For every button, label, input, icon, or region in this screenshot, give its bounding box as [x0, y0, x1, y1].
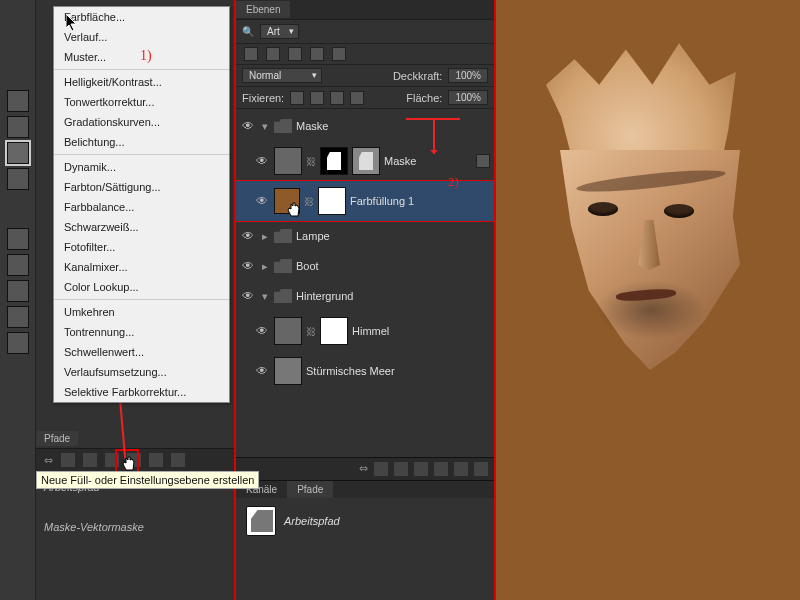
cursor-hand-icon	[122, 456, 134, 472]
new-layer-icon[interactable]	[149, 453, 163, 467]
layer-thumb[interactable]	[274, 147, 302, 175]
doc-thumb[interactable]	[7, 306, 29, 328]
menu-item[interactable]: Fotofilter...	[54, 237, 229, 257]
filter-shape-icon[interactable]	[310, 47, 324, 61]
menu-item[interactable]: Gradationskurven...	[54, 112, 229, 132]
opacity-label: Deckkraft:	[393, 70, 443, 82]
visibility-icon[interactable]: 👁	[240, 119, 256, 133]
layer-mask-thumb[interactable]	[320, 147, 348, 175]
visibility-icon[interactable]: 👁	[254, 324, 270, 338]
trash-icon[interactable]	[474, 462, 488, 476]
doc-thumb[interactable]	[7, 228, 29, 250]
doc-thumb[interactable]	[7, 280, 29, 302]
tab-paths[interactable]: Pfade	[287, 481, 333, 498]
folder-icon	[274, 259, 292, 273]
layer-row[interactable]: 👁 ▸ Boot	[236, 251, 494, 281]
lock-all-icon[interactable]	[350, 91, 364, 105]
disclosure-icon[interactable]: ▾	[260, 120, 270, 133]
doc-thumb[interactable]	[7, 90, 29, 112]
visibility-icon[interactable]: 👁	[240, 259, 256, 273]
doc-thumb[interactable]	[7, 142, 29, 164]
link-icon[interactable]: ⛓	[306, 326, 316, 337]
link-icon[interactable]: ⛓	[306, 156, 316, 167]
menu-item[interactable]: Tontrennung...	[54, 322, 229, 342]
lock-trans-icon[interactable]	[290, 91, 304, 105]
menu-item[interactable]: Schwarzweiß...	[54, 217, 229, 237]
blend-mode-select[interactable]: Normal	[242, 68, 322, 83]
tab-layers[interactable]: Ebenen	[236, 1, 290, 18]
menu-item[interactable]: Kanalmixer...	[54, 257, 229, 277]
layer-name[interactable]: Himmel	[352, 325, 389, 337]
layer-name[interactable]: Farbfüllung 1	[350, 195, 414, 207]
path-name[interactable]: Arbeitspfad	[284, 515, 340, 527]
menu-item[interactable]: Farbbalance...	[54, 197, 229, 217]
visibility-icon[interactable]: 👁	[254, 154, 270, 168]
doc-thumb[interactable]	[7, 332, 29, 354]
layer-mask-thumb[interactable]	[320, 317, 348, 345]
layer-row[interactable]: 👁 ▾ Hintergrund	[236, 281, 494, 311]
menu-item[interactable]: Color Lookup...	[54, 277, 229, 297]
menu-item[interactable]: Farbton/Sättigung...	[54, 177, 229, 197]
filter-badge-icon[interactable]	[476, 154, 490, 168]
new-layer-icon[interactable]	[454, 462, 468, 476]
fx-icon[interactable]	[61, 453, 75, 467]
menu-item[interactable]: Schwellenwert...	[54, 342, 229, 362]
layer-row[interactable]: 👁 Stürmisches Meer	[236, 351, 494, 391]
adjustment-layer-icon[interactable]	[414, 462, 428, 476]
opacity-value[interactable]: 100%	[448, 68, 488, 83]
layer-thumb[interactable]	[274, 357, 302, 385]
disclosure-icon[interactable]: ▾	[260, 290, 270, 303]
menu-item[interactable]: Farbfläche...	[54, 7, 229, 27]
fill-value[interactable]: 100%	[448, 90, 488, 105]
annotation-step2: 2)	[448, 174, 459, 190]
vector-mask-thumb[interactable]	[352, 147, 380, 175]
filter-pixel-icon[interactable]	[244, 47, 258, 61]
disclosure-icon[interactable]: ▸	[260, 260, 270, 273]
doc-thumb[interactable]	[7, 168, 29, 190]
fx-icon[interactable]	[374, 462, 388, 476]
link-icon[interactable]: ⛓	[304, 196, 314, 207]
layer-name[interactable]: Stürmisches Meer	[306, 365, 395, 377]
menu-item[interactable]: Verlauf...	[54, 27, 229, 47]
layer-name[interactable]: Lampe	[296, 230, 330, 242]
disclosure-icon[interactable]: ▸	[260, 230, 270, 243]
doc-thumb[interactable]	[7, 116, 29, 138]
visibility-icon[interactable]: 👁	[254, 194, 270, 208]
visibility-icon[interactable]: 👁	[240, 289, 256, 303]
tooltip: Neue Füll- oder Einstellungsebene erstel…	[36, 471, 259, 489]
menu-item[interactable]: Dynamik...	[54, 157, 229, 177]
layer-row[interactable]: 👁 ⛓ Himmel	[236, 311, 494, 351]
visibility-icon[interactable]: 👁	[254, 364, 270, 378]
canvas[interactable]	[494, 0, 800, 600]
layer-name[interactable]: Maske	[384, 155, 416, 167]
menu-item[interactable]: Belichtung...	[54, 132, 229, 152]
layer-thumb[interactable]	[274, 317, 302, 345]
filter-type-icon[interactable]	[288, 47, 302, 61]
layer-name[interactable]: Maske	[296, 120, 328, 132]
layer-mask-thumb[interactable]	[318, 187, 346, 215]
layer-name[interactable]: Boot	[296, 260, 319, 272]
filter-adjust-icon[interactable]	[266, 47, 280, 61]
group-icon[interactable]	[434, 462, 448, 476]
fill-label: Fläche:	[406, 92, 442, 104]
menu-item[interactable]: Selektive Farbkorrektur...	[54, 382, 229, 402]
menu-item[interactable]: Helligkeit/Kontrast...	[54, 72, 229, 92]
folder-icon	[274, 119, 292, 133]
mask-icon[interactable]	[83, 453, 97, 467]
lock-move-icon[interactable]	[330, 91, 344, 105]
menu-item[interactable]: Verlaufsumsetzung...	[54, 362, 229, 382]
menu-item[interactable]: Umkehren	[54, 302, 229, 322]
visibility-icon[interactable]: 👁	[240, 229, 256, 243]
layer-filter-type[interactable]: Art	[260, 24, 299, 39]
path-thumb[interactable]	[246, 506, 276, 536]
mask-icon[interactable]	[394, 462, 408, 476]
menu-item[interactable]: Tonwertkorrektur...	[54, 92, 229, 112]
doc-thumb[interactable]	[7, 254, 29, 276]
layer-row[interactable]: 👁 ▸ Lampe	[236, 221, 494, 251]
lock-paint-icon[interactable]	[310, 91, 324, 105]
trash-icon[interactable]	[171, 453, 185, 467]
filter-smart-icon[interactable]	[332, 47, 346, 61]
path-row[interactable]: Arbeitspfad	[236, 498, 494, 544]
layer-name[interactable]: Hintergrund	[296, 290, 353, 302]
pfade-tab[interactable]: Pfade	[36, 431, 78, 446]
